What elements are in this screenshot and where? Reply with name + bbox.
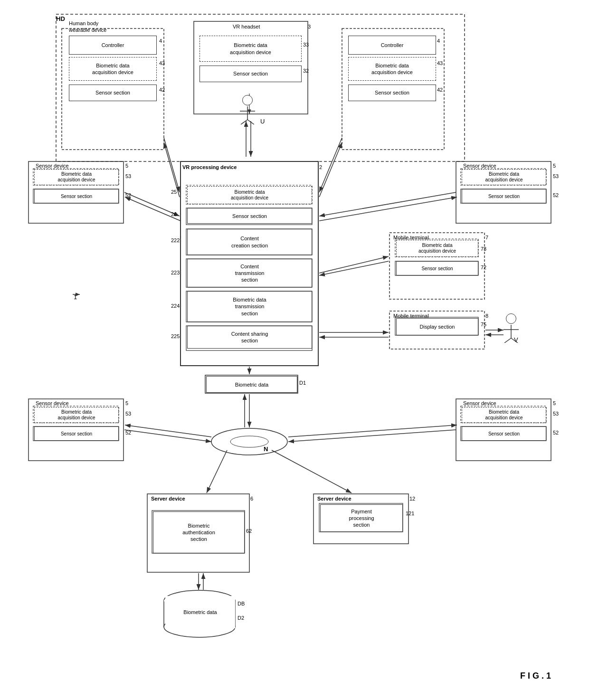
right-top-sensor-section-box: Sensor section: [462, 189, 546, 203]
mobile7-biometric-acq-label: Biometric dataacquisition device: [418, 243, 456, 254]
mobile7-num72: 72: [481, 265, 486, 270]
bot-right-sensor-section-label: Sensor section: [488, 431, 520, 436]
svg-line-49: [125, 197, 180, 221]
server12-num121: 121: [406, 511, 414, 516]
num224: 224: [171, 303, 180, 309]
vr-sensor-section-label: Sensor section: [233, 70, 268, 77]
mobile8-display-label: Display section: [420, 324, 455, 330]
mobile8-display-box: Display section: [396, 318, 478, 335]
vr-sensor-section-box: Sensor section: [200, 66, 302, 82]
vr-proc-num26: 26: [171, 211, 177, 217]
right-num4: 4: [437, 38, 440, 44]
left-top-sensor-section-box: Sensor section: [34, 189, 119, 203]
right-top-sensor-device-num5: 5: [553, 163, 556, 169]
svg-line-51: [319, 197, 457, 221]
user-u-label: U: [260, 118, 265, 125]
right-sensor-section-box: Sensor section: [348, 85, 436, 101]
svg-line-52: [319, 256, 389, 273]
svg-line-46: [319, 138, 342, 192]
svg-line-61: [207, 450, 227, 493]
vr-processing-label: VR processing device: [182, 164, 237, 170]
bot-right-biometric-acq-box: Biometric dataacquisition device: [462, 407, 546, 423]
left-top-sensor-device-num5: 5: [125, 163, 128, 169]
d1-label: D1: [299, 380, 306, 386]
bot-left-sensor-section-box: Sensor section: [34, 426, 119, 441]
right-top-sensor-section-label: Sensor section: [488, 194, 520, 199]
svg-line-78: [504, 338, 511, 343]
bot-right-sensor-device-label: Sensor device: [463, 400, 496, 406]
svg-line-63: [124, 430, 211, 442]
left-controller-box: Controller: [69, 36, 157, 55]
bot-left-sensor-num5: 5: [125, 400, 128, 406]
right-num42: 42: [437, 87, 443, 93]
vr-num33: 33: [303, 42, 309, 47]
right-top-num53: 53: [553, 173, 559, 179]
svg-line-50: [319, 192, 456, 216]
mobile-terminal8-num8: 8: [485, 313, 488, 319]
svg-line-72: [241, 120, 247, 124]
vr-proc-num25: 25: [171, 189, 177, 195]
db-biometric-label: Biometric data: [183, 609, 217, 615]
arrows-svg: [0, 0, 589, 700]
left-biometric-acq-box: Biometric dataacquisition device: [69, 57, 157, 81]
db-inner: Biometric data: [165, 596, 235, 628]
hd-label: HD: [56, 15, 65, 22]
svg-point-37: [230, 436, 268, 447]
right-biometric-acq-label: Biometric dataacquisition device: [371, 62, 413, 76]
right-num43: 43: [437, 60, 443, 66]
left-controller-label: Controller: [102, 42, 124, 48]
right-top-biometric-acq-label: Biometric dataacquisition device: [485, 171, 523, 183]
bot-left-num53: 53: [125, 411, 131, 416]
vr-biometric-acq-box: Biometric dataacquisition device: [200, 36, 302, 62]
server6-num6: 6: [250, 496, 253, 501]
right-controller-label: Controller: [381, 42, 404, 48]
mobile7-biometric-acq-box: Biometric dataacquisition device: [396, 240, 478, 257]
svg-line-66: [288, 425, 457, 437]
svg-line-73: [247, 120, 254, 124]
num223: 223: [171, 270, 180, 275]
right-controller-box: Controller: [348, 36, 436, 55]
vr-proc-biometric-acq-label: Biometric dataacquisition device: [231, 189, 268, 201]
content-creation-label: Contentcreation section: [231, 235, 268, 249]
vr-biometric-acq-label: Biometric dataacquisition device: [230, 42, 271, 56]
vr-proc-sensor-section-box: Sensor section: [187, 208, 312, 224]
person-u-head: [242, 95, 253, 105]
right-top-biometric-acq-box: Biometric dataacquisition device: [462, 169, 546, 185]
arrow-1: [70, 289, 82, 301]
bot-left-biometric-acq-box: Biometric dataacquisition device: [34, 407, 119, 423]
network-n-label: N: [264, 445, 268, 453]
vr-num32: 32: [303, 68, 309, 74]
left-top-sensor-section-label: Sensor section: [61, 194, 92, 199]
biometric-transmission-box: Biometric datatransmissionsection: [187, 291, 312, 322]
left-biometric-acq-label: Biometric dataacquisition device: [92, 62, 133, 76]
content-transmission-box: Contenttransmissionsection: [187, 259, 312, 287]
hd-device-label: Human bodywearable device: [69, 20, 107, 34]
payment-processing-label: Paymentprocessingsection: [349, 508, 374, 529]
biometric-auth-box: Biometricauthenticationsection: [153, 511, 245, 553]
db-label: DB: [238, 601, 245, 606]
left-sensor-section-label: Sensor section: [95, 89, 130, 96]
right-top-num52: 52: [553, 192, 559, 198]
svg-point-36: [211, 428, 287, 455]
bot-right-biometric-acq-label: Biometric dataacquisition device: [485, 409, 523, 421]
mobile8-num75: 75: [481, 322, 486, 327]
bot-right-num52: 52: [553, 430, 559, 435]
bot-left-biometric-acq-label: Biometric dataacquisition device: [58, 409, 95, 421]
bot-left-sensor-section-label: Sensor section: [61, 431, 92, 436]
vr-proc-sensor-section-label: Sensor section: [232, 213, 267, 219]
left-num4: 4: [159, 38, 162, 44]
server12-num12: 12: [409, 496, 415, 501]
vr-processing-num2: 2: [319, 164, 322, 170]
d2-label: D2: [238, 615, 244, 621]
left-top-sensor-device-label: Sensor device: [36, 163, 69, 169]
svg-line-62: [272, 450, 352, 493]
server12-label: Server device: [317, 496, 352, 501]
bot-right-sensor-section-box: Sensor section: [462, 426, 546, 441]
left-sensor-section-box: Sensor section: [69, 85, 157, 101]
person-v-head: [506, 313, 516, 324]
content-creation-box: Contentcreation section: [187, 229, 312, 255]
vr-headset-num: 3: [308, 24, 311, 29]
left-num42: 42: [159, 87, 165, 93]
bot-left-sensor-device-label: Sensor device: [36, 400, 69, 406]
bot-right-sensor-num5: 5: [553, 400, 556, 406]
